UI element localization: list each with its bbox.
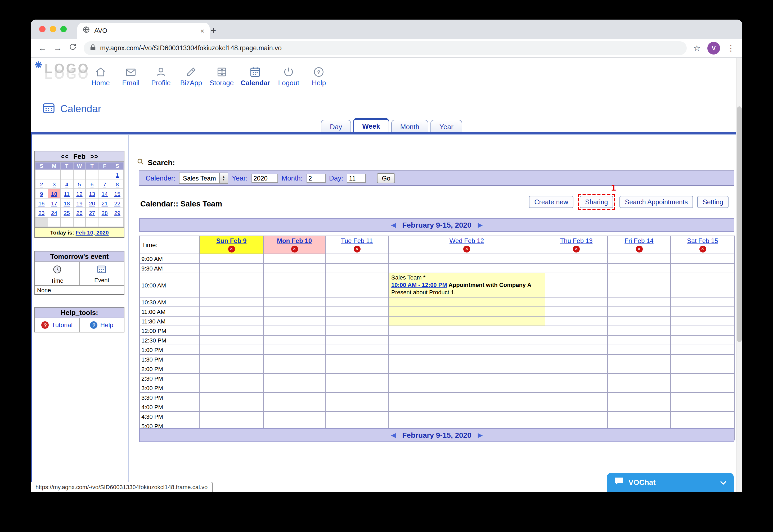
- back-icon[interactable]: ←: [38, 43, 47, 53]
- next-week-icon[interactable]: ▶: [478, 221, 483, 229]
- tab-month[interactable]: Month: [391, 120, 428, 133]
- mini-cal-date[interactable]: 2: [40, 181, 43, 187]
- nav-item-profile[interactable]: Profile: [149, 65, 173, 87]
- today-date-link[interactable]: Feb 10, 2020: [76, 229, 109, 236]
- day-header-link[interactable]: Sun Feb 9: [216, 237, 247, 245]
- mini-cal-date[interactable]: 9: [40, 190, 43, 197]
- mini-cal-date[interactable]: 10: [51, 190, 57, 197]
- mini-cal-date[interactable]: 4: [65, 181, 68, 187]
- mini-cal-date[interactable]: 28: [102, 209, 108, 216]
- profile-avatar[interactable]: V: [707, 42, 720, 54]
- mini-cal-date[interactable]: 19: [76, 200, 82, 206]
- add-appointment-icon[interactable]: ✕: [353, 246, 360, 253]
- calendar-slot: [263, 273, 325, 297]
- day-header-link[interactable]: Fri Feb 14: [624, 237, 653, 245]
- mini-cal-date[interactable]: 6: [91, 181, 94, 187]
- vochat-widget[interactable]: VOChat: [607, 473, 734, 492]
- tab-year[interactable]: Year: [430, 120, 462, 133]
- nav-item-bizapp[interactable]: BizApp: [179, 65, 203, 87]
- calendar-slot: [199, 307, 263, 317]
- nav-item-home[interactable]: Home: [89, 65, 112, 87]
- chevron-down-icon[interactable]: [720, 477, 726, 487]
- mini-cal-date[interactable]: 23: [38, 209, 44, 216]
- add-appointment-icon[interactable]: ✕: [636, 246, 642, 253]
- nav-item-calendar[interactable]: Calendar: [241, 65, 270, 87]
- mini-cal-date[interactable]: 11: [64, 190, 70, 197]
- tab-week[interactable]: Week: [353, 118, 389, 133]
- nav-item-help[interactable]: ?Help: [307, 65, 330, 87]
- calendar-select-label: Calender:: [146, 174, 176, 182]
- close-window-button[interactable]: [39, 26, 46, 32]
- add-appointment-icon[interactable]: ✕: [228, 246, 235, 253]
- add-appointment-icon[interactable]: ✕: [699, 246, 706, 253]
- mini-cal-date[interactable]: 7: [103, 181, 106, 187]
- tutorial-link[interactable]: Tutorial: [52, 321, 73, 329]
- mini-cal-date[interactable]: 12: [76, 190, 82, 197]
- browser-window: AVO × + ← → my.agnx.com/-/vo/SID60031330…: [31, 20, 742, 492]
- prev-week-icon[interactable]: ◀: [391, 221, 396, 229]
- next-week-icon-bottom[interactable]: ▶: [478, 431, 483, 439]
- tab-day[interactable]: Day: [321, 120, 351, 133]
- help-cell: ? Help: [79, 318, 124, 332]
- day-header-link[interactable]: Thu Feb 13: [560, 237, 593, 245]
- month-input[interactable]: [306, 174, 325, 183]
- zoom-window-button[interactable]: [60, 26, 67, 32]
- day-header-link[interactable]: Wed Feb 12: [450, 237, 484, 245]
- logout-icon: [283, 65, 294, 78]
- forward-icon[interactable]: →: [53, 43, 62, 53]
- mini-cal-date[interactable]: 26: [76, 209, 82, 216]
- mini-cal-date[interactable]: 27: [89, 209, 95, 216]
- mini-cal-date[interactable]: 25: [64, 209, 70, 216]
- nav-item-storage[interactable]: Storage: [210, 65, 234, 87]
- nav-item-logout[interactable]: Logout: [277, 65, 300, 87]
- calendar-slot: [671, 297, 735, 307]
- address-bar[interactable]: my.agnx.com/-/vo/SID600313304fokiuzokcl1…: [84, 41, 686, 55]
- reload-icon[interactable]: [69, 43, 77, 53]
- mini-cal-date[interactable]: 13: [89, 190, 95, 197]
- mini-cal-date[interactable]: 22: [114, 200, 120, 206]
- search-appointments-button[interactable]: Search Appointments: [620, 196, 693, 208]
- day-header-link[interactable]: Tue Feb 11: [341, 237, 373, 245]
- page-scrollbar[interactable]: [736, 58, 742, 492]
- nav-item-email[interactable]: Email: [119, 65, 142, 87]
- mini-cal-date[interactable]: 15: [114, 190, 120, 197]
- day-input[interactable]: [347, 174, 366, 183]
- mini-cal-date[interactable]: 14: [102, 190, 108, 197]
- new-tab-button[interactable]: +: [208, 25, 219, 37]
- bookmark-star-icon[interactable]: ☆: [693, 43, 700, 53]
- mini-cal-date[interactable]: 16: [38, 200, 44, 206]
- calendar-slot: [388, 355, 545, 364]
- mini-cal-date[interactable]: 8: [116, 181, 119, 187]
- mini-cal-date[interactable]: 24: [51, 209, 57, 216]
- mini-cal-date[interactable]: 3: [53, 181, 56, 187]
- mini-cal-date[interactable]: 21: [102, 200, 108, 206]
- help-link[interactable]: Help: [100, 321, 113, 329]
- appointment-time-link[interactable]: 10:00 AM - 12:00 PM: [391, 282, 447, 288]
- calendar-select[interactable]: Sales Team ▲▼: [179, 173, 228, 184]
- add-appointment-icon[interactable]: ✕: [463, 246, 470, 253]
- close-tab-icon[interactable]: ×: [200, 27, 204, 35]
- create-new-button[interactable]: Create new: [529, 196, 573, 208]
- mini-cal-date[interactable]: 5: [78, 181, 81, 187]
- day-header-link[interactable]: Mon Feb 10: [277, 237, 312, 245]
- mini-cal-date[interactable]: 29: [114, 209, 120, 216]
- go-button[interactable]: Go: [377, 173, 395, 183]
- mini-cal-date[interactable]: 1: [116, 171, 119, 178]
- browser-menu-icon[interactable]: ⋮: [727, 43, 735, 53]
- day-header-link[interactable]: Sat Feb 15: [687, 237, 718, 245]
- year-input[interactable]: [251, 174, 278, 183]
- setting-button[interactable]: Setting: [697, 196, 729, 208]
- browser-tab[interactable]: AVO ×: [77, 23, 210, 39]
- add-appointment-icon[interactable]: ✕: [573, 246, 580, 253]
- minimize-window-button[interactable]: [50, 26, 56, 32]
- next-month-button[interactable]: >>: [90, 152, 98, 160]
- prev-week-icon-bottom[interactable]: ◀: [391, 431, 396, 439]
- mini-cal-date[interactable]: 18: [64, 200, 70, 206]
- mini-cal-date[interactable]: 17: [51, 200, 57, 206]
- add-appointment-icon[interactable]: ✕: [291, 246, 298, 253]
- scrollbar-thumb[interactable]: [737, 106, 742, 342]
- sharing-button[interactable]: Sharing: [580, 196, 613, 208]
- prev-month-button[interactable]: <<: [61, 152, 69, 160]
- mini-cal-date[interactable]: 20: [89, 200, 95, 206]
- tomorrow-event-value: None: [35, 285, 124, 294]
